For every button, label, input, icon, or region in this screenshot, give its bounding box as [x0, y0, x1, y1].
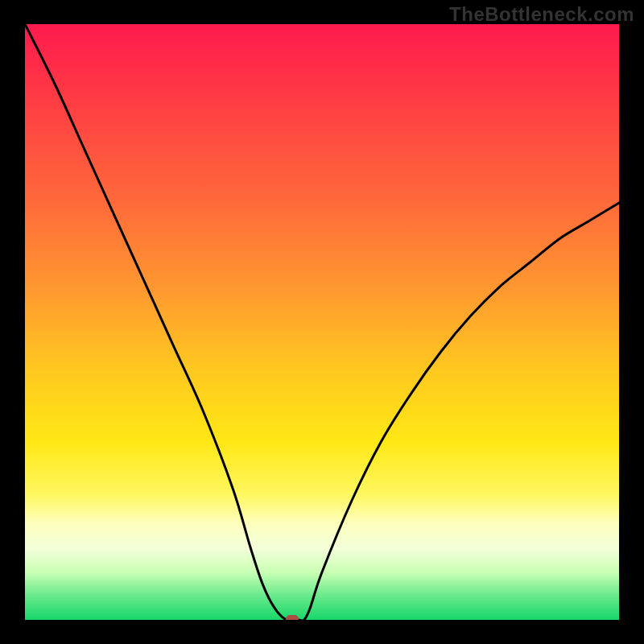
plot-area	[25, 24, 619, 620]
chart-frame: TheBottleneck.com	[0, 0, 644, 644]
optimum-marker	[286, 615, 299, 620]
bottleneck-curve	[25, 24, 619, 620]
attribution-text: TheBottleneck.com	[449, 3, 634, 26]
